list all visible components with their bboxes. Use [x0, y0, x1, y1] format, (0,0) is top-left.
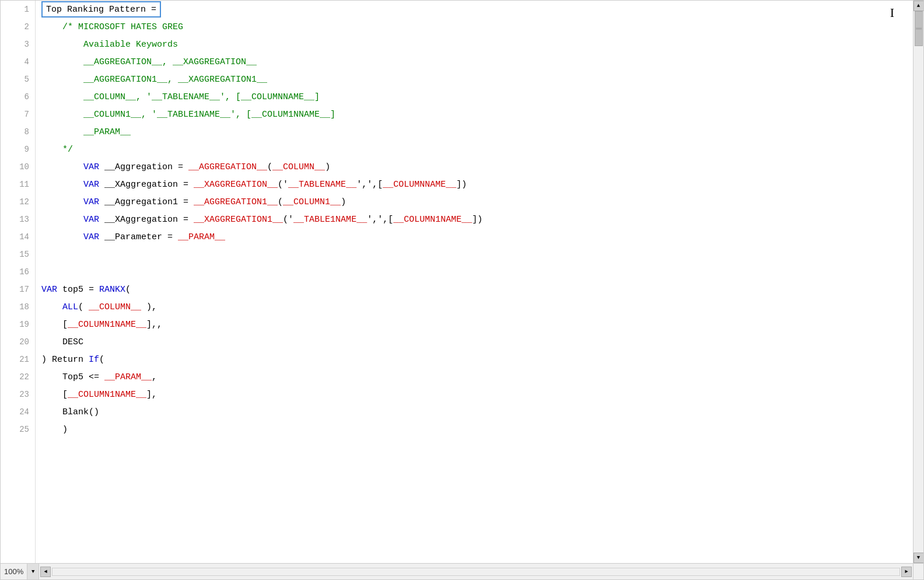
line5-text: __AGGREGATION1__, __XAGGREGATION1__	[41, 75, 267, 85]
line-num-20: 20	[1, 333, 35, 351]
line-num-16: 16	[1, 263, 35, 281]
zoom-dropdown-button[interactable]: ▼	[27, 564, 38, 580]
line-num-19: 19	[1, 316, 35, 333]
scrollbar-grip	[916, 28, 922, 30]
line11-p1: ('	[278, 180, 288, 190]
line-num-12: 12	[1, 193, 35, 211]
line18-all: ALL	[62, 302, 78, 312]
line-num-9: 9	[1, 141, 35, 158]
hscroll-left-button[interactable]: ◄	[40, 567, 51, 577]
line17-name: top5 =	[62, 285, 99, 295]
line8-text: __PARAM__	[41, 127, 131, 137]
line22-indent: Top5 <=	[41, 372, 104, 382]
line18-indent	[41, 302, 62, 312]
code-line-18: ALL( __COLUMN__ ),	[41, 298, 913, 316]
line24-text: Blank()	[41, 407, 99, 417]
line19-rest: ],,	[146, 320, 162, 330]
line11-tbl: __TABLENAME__	[288, 180, 356, 190]
code-line-22: Top5 <= __PARAM__,	[41, 368, 913, 386]
line7-text: __COLUMN1__, '__TABLE1NAME__', [__COLUM1…	[41, 110, 335, 120]
code-line-12: VAR __Aggregation1 = __AGGREGATION1__(__…	[41, 193, 913, 211]
line6-text: __COLUMN__, '__TABLENAME__', [__COLUMNNA…	[41, 92, 320, 102]
line10-varname: __Aggregation =	[104, 162, 188, 172]
line-num-18: 18	[1, 298, 35, 316]
line21-if: If	[89, 355, 99, 365]
line18-col: __COLUMN__	[89, 302, 141, 312]
code-line-20: DESC	[41, 333, 913, 351]
line25-text: )	[41, 425, 68, 435]
hscroll-right-button[interactable]: ►	[901, 567, 912, 577]
line11-p3: ])	[456, 180, 467, 190]
zoom-control: 100% ▼	[1, 564, 39, 579]
line23-rest: ],	[146, 390, 157, 400]
line11-col: __COLUMNNAME__	[383, 180, 456, 190]
line12-var: VAR	[41, 197, 104, 207]
horizontal-scrollbar[interactable]: ◄ ►	[39, 564, 913, 580]
code-line-1[interactable]: Top Ranking Pattern =	[41, 1, 913, 18]
line11-p2: ',',[	[356, 180, 383, 190]
line22-comma: ,	[152, 372, 157, 382]
line10-func: __AGGREGATION__	[188, 162, 267, 172]
code-line-25: )	[41, 421, 913, 438]
line-num-10: 10	[1, 158, 35, 176]
line13-tbl: __TABLE1NAME__	[293, 215, 367, 225]
line13-p3: ])	[472, 215, 482, 225]
code-line-11: VAR __XAggregation = __XAGGREGATION__('_…	[41, 176, 913, 193]
line23-col: __COLUMN1NAME__	[68, 390, 146, 400]
line-numbers: 1 2 3 4 5 6 7 8 9 10 11 12 13 14 15 16 1…	[1, 1, 36, 563]
code-line-17: VAR top5 = RANKX(	[41, 281, 913, 298]
line2-text: /* MICROSOFT HATES GREG	[41, 22, 183, 32]
code-line-2: /* MICROSOFT HATES GREG	[41, 18, 913, 36]
line14-var: VAR	[41, 232, 104, 242]
line18-p2: ),	[141, 302, 157, 312]
line11-func: __XAGGREGATION__	[194, 180, 278, 190]
zoom-label: 100%	[1, 567, 27, 576]
line12-varname: __Aggregation1 =	[104, 197, 194, 207]
line13-varname: __XAggregation =	[104, 215, 194, 225]
scroll-down-button[interactable]: ▼	[914, 553, 924, 563]
line10-var: VAR	[41, 162, 104, 172]
code-line-14: VAR __Parameter = __PARAM__	[41, 228, 913, 246]
line4-text: __AGGREGATION__, __XAGGREGATION__	[41, 57, 257, 67]
bottom-bar: 100% ▼ ◄ ►	[1, 563, 923, 579]
line9-text: */	[41, 145, 73, 155]
code-line-19: [__COLUMN1NAME__],,	[41, 316, 913, 333]
line-num-13: 13	[1, 211, 35, 228]
line-num-21: 21	[1, 351, 35, 368]
code-line-16	[41, 263, 913, 281]
line11-var: VAR	[41, 180, 104, 190]
line12-func: __AGGREGATION1__	[194, 197, 278, 207]
line20-text: DESC	[41, 337, 83, 347]
scroll-up-button[interactable]: ▲	[914, 1, 924, 11]
line-num-4: 4	[1, 53, 35, 71]
line-num-11: 11	[1, 176, 35, 193]
line-num-14: 14	[1, 228, 35, 246]
scrollbar-thumb[interactable]	[915, 11, 923, 46]
bottom-right-corner	[913, 564, 923, 580]
line12-p1: (	[278, 197, 283, 207]
code-line-23: [__COLUMN1NAME__],	[41, 386, 913, 403]
line19-indent: [	[41, 320, 68, 330]
line-num-6: 6	[1, 88, 35, 106]
code-line-7: __COLUMN1__, '__TABLE1NAME__', [__COLUM1…	[41, 106, 913, 123]
scrollbar-track[interactable]	[914, 11, 923, 553]
line13-col: __COLUMN1NAME__	[393, 215, 472, 225]
line21-text: ) Return	[41, 355, 89, 365]
line1-text: Top Ranking Pattern =	[46, 5, 156, 15]
code-editor[interactable]: Top Ranking Pattern = /* MICROSOFT HATES…	[36, 1, 913, 563]
line-num-7: 7	[1, 106, 35, 123]
line-num-25: 25	[1, 421, 35, 438]
main-layout: 1 2 3 4 5 6 7 8 9 10 11 12 13 14 15 16 1…	[1, 1, 923, 563]
line17-paren: (	[125, 285, 131, 295]
code-line-5: __AGGREGATION1__, __XAGGREGATION1__	[41, 71, 913, 88]
code-line-6: __COLUMN__, '__TABLENAME__', [__COLUMNNA…	[41, 88, 913, 106]
line-num-24: 24	[1, 403, 35, 421]
code-line-4: __AGGREGATION__, __XAGGREGATION__	[41, 53, 913, 71]
code-line-10: VAR __Aggregation = __AGGREGATION__(__CO…	[41, 158, 913, 176]
hscrollbar-track[interactable]	[52, 568, 900, 576]
vertical-scrollbar[interactable]: ▲ ▼	[913, 1, 923, 563]
line10-col: __COLUMN__	[272, 162, 325, 172]
line17-func: RANKX	[99, 285, 125, 295]
line10-paren2: )	[325, 162, 330, 172]
line13-func: __XAGGREGATION1__	[194, 215, 283, 225]
